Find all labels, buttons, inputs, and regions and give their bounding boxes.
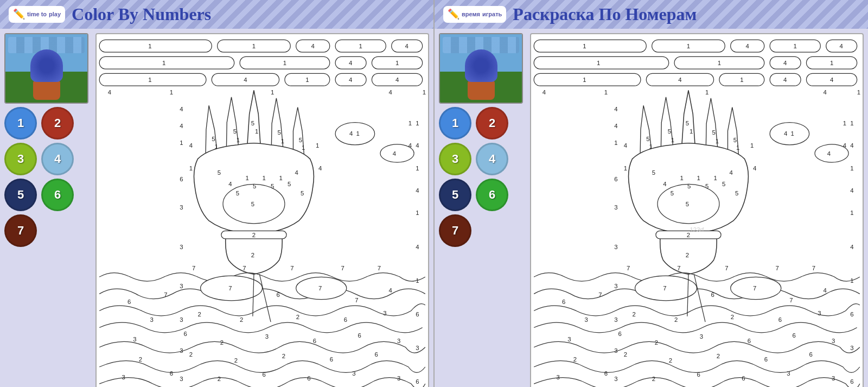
right-color-7[interactable]: 7 xyxy=(439,214,471,247)
svg-text:2: 2 xyxy=(282,353,285,359)
svg-text:1: 1 xyxy=(359,43,362,49)
svg-text:7: 7 xyxy=(775,265,778,271)
svg-text:1: 1 xyxy=(790,130,794,137)
svg-text:5: 5 xyxy=(236,190,239,196)
svg-text:4: 4 xyxy=(405,43,408,49)
svg-text:4: 4 xyxy=(295,169,298,176)
svg-text:4: 4 xyxy=(180,106,183,112)
left-sidebar: 1 2 3 4 5 6 7 xyxy=(4,33,91,387)
color-7[interactable]: 7 xyxy=(4,214,37,247)
color-row-3: 5 6 xyxy=(4,179,91,211)
svg-text:5: 5 xyxy=(735,190,738,196)
svg-text:2: 2 xyxy=(240,316,243,323)
svg-text:7: 7 xyxy=(812,265,815,271)
right-color-row-3: 5 6 xyxy=(439,179,526,211)
svg-text:6: 6 xyxy=(313,338,316,345)
svg-rect-152 xyxy=(534,73,641,86)
right-color-2[interactable]: 2 xyxy=(476,107,508,139)
svg-text:3: 3 xyxy=(122,374,125,380)
svg-text:1: 1 xyxy=(740,77,743,83)
svg-text:4: 4 xyxy=(389,89,392,96)
color-4[interactable]: 4 xyxy=(41,143,74,175)
svg-text:3: 3 xyxy=(818,310,821,316)
left-coloring-area[interactable]: 1 1 4 1 4 1 1 4 1 xyxy=(95,33,429,387)
color-5[interactable]: 5 xyxy=(4,179,37,211)
svg-text:3: 3 xyxy=(787,370,790,377)
svg-text:2: 2 xyxy=(234,357,238,364)
svg-text:6: 6 xyxy=(778,316,782,323)
right-panel: ✏️ время играть Раскраска По Номерам xyxy=(435,0,868,387)
right-color-5[interactable]: 5 xyxy=(439,179,471,211)
svg-text:2: 2 xyxy=(624,351,627,358)
svg-rect-1 xyxy=(99,40,212,52)
color-3[interactable]: 3 xyxy=(4,143,37,175)
svg-text:3: 3 xyxy=(832,338,835,345)
svg-text:1: 1 xyxy=(843,120,846,126)
svg-text:3: 3 xyxy=(383,310,386,316)
right-color-4[interactable]: 4 xyxy=(476,143,508,175)
svg-text:5: 5 xyxy=(712,129,715,136)
svg-text:3: 3 xyxy=(614,283,617,289)
svg-text:5: 5 xyxy=(722,181,725,187)
svg-text:1: 1 xyxy=(245,175,248,181)
color-1[interactable]: 1 xyxy=(4,107,37,139)
svg-text:7: 7 xyxy=(789,297,793,303)
right-color-6[interactable]: 6 xyxy=(476,179,508,211)
svg-text:1: 1 xyxy=(705,89,709,96)
svg-text:7: 7 xyxy=(318,285,322,291)
right-brand: ✏️ время играть xyxy=(443,6,506,23)
svg-text:1: 1 xyxy=(416,120,419,126)
svg-text:5: 5 xyxy=(301,190,304,196)
svg-text:6: 6 xyxy=(127,299,131,305)
svg-text:2: 2 xyxy=(251,252,254,258)
svg-text:2: 2 xyxy=(220,339,224,346)
svg-text:5: 5 xyxy=(687,183,691,189)
svg-text:5: 5 xyxy=(686,201,689,207)
svg-text:2: 2 xyxy=(218,376,221,382)
color-2[interactable]: 2 xyxy=(41,107,74,139)
svg-text:1: 1 xyxy=(614,139,617,146)
svg-text:3: 3 xyxy=(180,376,183,382)
svg-text:4: 4 xyxy=(416,187,419,194)
svg-point-66 xyxy=(380,144,414,162)
page-wrapper: ✏️ time to play Color By Numbers xyxy=(0,0,868,387)
svg-text:4: 4 xyxy=(614,106,617,112)
svg-text:1: 1 xyxy=(750,142,754,149)
svg-text:4: 4 xyxy=(746,43,749,49)
svg-text:4: 4 xyxy=(850,244,853,250)
svg-text:2: 2 xyxy=(731,314,734,320)
svg-text:7: 7 xyxy=(378,265,381,271)
svg-text:5: 5 xyxy=(299,137,302,143)
svg-text:1: 1 xyxy=(680,175,683,181)
svg-text:1: 1 xyxy=(409,120,412,126)
svg-text:3: 3 xyxy=(850,345,853,351)
svg-text:2: 2 xyxy=(632,311,635,318)
svg-text:6: 6 xyxy=(618,331,622,337)
right-color-1[interactable]: 1 xyxy=(439,107,471,139)
svg-text:3: 3 xyxy=(832,375,835,382)
svg-text:7: 7 xyxy=(677,265,680,271)
svg-text:2: 2 xyxy=(197,311,201,318)
left-brand: ✏️ time to play xyxy=(9,6,65,23)
svg-text:6: 6 xyxy=(850,311,853,318)
color-6[interactable]: 6 xyxy=(41,179,74,211)
svg-text:5: 5 xyxy=(251,120,254,126)
svg-text:1: 1 xyxy=(148,43,151,49)
svg-text:6: 6 xyxy=(344,316,347,323)
svg-rect-144 xyxy=(534,56,669,69)
svg-text:4: 4 xyxy=(784,130,787,137)
right-title: Раскраска По Номерам xyxy=(513,4,697,24)
right-coloring-area[interactable]: 1 1 4 1 4 1 1 4 1 xyxy=(530,33,864,387)
svg-text:4: 4 xyxy=(349,130,353,137)
svg-text:7: 7 xyxy=(228,285,232,291)
svg-text:1: 1 xyxy=(649,143,652,150)
left-header: ✏️ time to play Color By Numbers xyxy=(0,0,433,29)
svg-text:1: 1 xyxy=(671,137,674,143)
svg-text:2: 2 xyxy=(652,376,655,382)
svg-text:4: 4 xyxy=(830,77,833,83)
svg-text:6: 6 xyxy=(850,378,853,385)
svg-text:6: 6 xyxy=(604,370,608,377)
svg-text:4: 4 xyxy=(393,150,396,157)
svg-text:3: 3 xyxy=(614,244,617,250)
right-color-3[interactable]: 3 xyxy=(439,143,471,175)
